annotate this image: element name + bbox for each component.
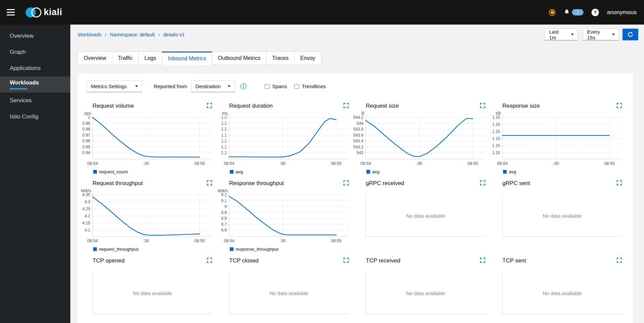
breadcrumb-link-workloads[interactable]: Workloads — [78, 32, 102, 37]
breadcrumb-link-namespace[interactable]: Namespace: default — [110, 32, 155, 37]
chart-grpc-sent: gRPC sentNo data available — [488, 179, 622, 252]
expand-icon — [616, 180, 622, 186]
trendlines-checkbox[interactable] — [294, 84, 299, 89]
duration-select[interactable]: Last 1m — [545, 29, 578, 40]
metrics-toolbar: Metrics Settings Reported from Destinati… — [78, 73, 633, 92]
user-menu[interactable]: anonymous — [607, 9, 637, 16]
expand-chart-button[interactable] — [480, 103, 486, 108]
spans-toggle[interactable]: Spans — [265, 83, 287, 89]
expand-chart-button[interactable] — [343, 180, 349, 186]
chart-request-size: Request sizeB544.2544543.8543.6543.4543.… — [352, 102, 486, 175]
legend-item-request-count[interactable]: request_count — [93, 169, 212, 175]
tab-traffic[interactable]: Traffic — [112, 51, 139, 65]
tab-envoy[interactable]: Envoy — [294, 51, 321, 65]
expand-chart-button[interactable] — [343, 257, 349, 263]
chart-grpc-received: gRPC receivedNo data available — [352, 179, 486, 252]
time-controls: Last 1m Every 15s — [545, 29, 638, 40]
info-icon[interactable] — [240, 83, 247, 89]
expand-chart-button[interactable] — [616, 103, 622, 108]
expand-chart-button[interactable] — [480, 257, 486, 263]
sidebar-item-graph[interactable]: Graph — [0, 44, 70, 60]
tab-traces[interactable]: Traces — [266, 51, 294, 65]
notifications-button[interactable]: 1 — [564, 9, 583, 15]
y-tick-label: 4.3 — [84, 200, 90, 204]
chart-request-duration: Request durationms1.21.21.11.11.11.11.10… — [215, 102, 349, 175]
no-data-message: No data available — [133, 290, 172, 296]
tab-outbound-metrics[interactable]: Outbound Metrics — [212, 51, 266, 65]
x-tick-label: :30 — [280, 239, 285, 243]
expand-chart-button[interactable] — [343, 103, 349, 108]
legend-label: avg — [372, 169, 380, 174]
sidebar-item-applications[interactable]: Applications — [0, 60, 70, 76]
x-tick-label: 08:55 — [468, 161, 478, 166]
brand-name: kiali — [44, 7, 62, 17]
y-tick-label: 1.2 — [221, 115, 227, 120]
expand-icon — [480, 180, 486, 186]
refresh-interval-select[interactable]: Every 15s — [583, 29, 619, 40]
chart-title: Response size — [502, 103, 540, 109]
help-icon[interactable]: ? — [592, 9, 599, 16]
sidebar-item-istio-config[interactable]: Istio Config — [0, 109, 70, 125]
tab-logs[interactable]: Logs — [138, 51, 162, 65]
x-tick-label: 08:55 — [194, 161, 205, 166]
y-tick-label: 1.15 — [492, 129, 500, 134]
sidebar-item-label: Applications — [10, 65, 70, 72]
chart-title: TCP opened — [93, 257, 124, 264]
refresh-button[interactable] — [622, 29, 638, 40]
sidebar-item-overview[interactable]: Overview — [0, 28, 70, 44]
y-tick-label: 4.35 — [82, 192, 91, 197]
sidebar-item-label: Istio Config — [10, 113, 70, 120]
y-tick-label: 0.99 — [82, 121, 91, 126]
chart-title: TCP closed — [229, 257, 259, 264]
metrics-settings-dropdown[interactable]: Metrics Settings — [86, 80, 142, 92]
legend-item-avg[interactable]: avg — [366, 169, 486, 175]
expand-chart-button[interactable] — [207, 103, 212, 108]
expand-chart-button[interactable] — [480, 180, 486, 186]
y-tick-label: 1.1 — [221, 139, 227, 143]
legend-label: avg — [509, 169, 516, 174]
expand-chart-button[interactable] — [207, 257, 212, 263]
y-tick-label: 544.2 — [353, 115, 363, 120]
y-tick-label: 4.2 — [84, 214, 90, 218]
y-tick-label: 0.96 — [82, 139, 91, 143]
breadcrumb-separator-icon: › — [105, 32, 107, 37]
expand-chart-button[interactable] — [207, 180, 212, 186]
hamburger-icon — [7, 9, 15, 10]
expand-chart-button[interactable] — [616, 257, 622, 263]
spans-checkbox[interactable] — [265, 84, 270, 89]
nav-toggle-button[interactable] — [7, 8, 15, 16]
legend-item-avg[interactable]: avg — [503, 169, 622, 175]
y-tick-label: 9 — [224, 204, 227, 209]
tab-overview[interactable]: Overview — [78, 51, 112, 65]
legend-item-request-throughput[interactable]: request_throughput — [93, 246, 212, 252]
breadcrumb-current-workload[interactable]: details-v1 — [163, 32, 185, 37]
istio-status-icon[interactable] — [549, 9, 556, 16]
trendlines-toggle[interactable]: Trendlines — [294, 83, 326, 89]
no-data-message: No data available — [270, 290, 309, 296]
y-tick-label: 1.1 — [221, 127, 227, 132]
x-tick-label: 08:54 — [497, 161, 507, 166]
x-tick-label: 08:54 — [360, 161, 371, 166]
legend-swatch-icon — [503, 170, 507, 174]
chevron-down-icon — [228, 85, 230, 87]
y-tick-label: 0.95 — [82, 145, 91, 149]
y-tick-label: 8.8 — [221, 216, 227, 221]
legend-label: request_count — [99, 169, 128, 174]
chevron-down-icon — [571, 34, 574, 35]
sidebar-item-workloads[interactable]: Workloads — [0, 76, 70, 93]
sidebar-item-services[interactable]: Services — [0, 93, 70, 109]
legend-item-response-throughput[interactable]: response_throughput — [230, 246, 349, 252]
y-tick-label: 1.2 — [221, 121, 227, 126]
expand-chart-button[interactable] — [616, 180, 622, 186]
sidebar-item-label: Services — [10, 97, 70, 104]
chart-title: Request throughput — [93, 180, 143, 187]
reported-from-select[interactable]: Destination — [191, 80, 235, 92]
breadcrumb-separator-icon: › — [158, 32, 160, 37]
sidebar-item-label: Overview — [10, 33, 70, 39]
legend-item-avg[interactable]: avg — [230, 169, 349, 175]
tab-inbound-metrics[interactable]: Inbound Metrics — [162, 51, 212, 65]
expand-icon — [616, 257, 622, 263]
sidebar: OverviewGraphApplicationsWorkloadsServic… — [0, 25, 70, 323]
chart-tcp-received: TCP receivedNo data available — [352, 257, 486, 317]
legend-label: request_throughput — [99, 247, 138, 252]
